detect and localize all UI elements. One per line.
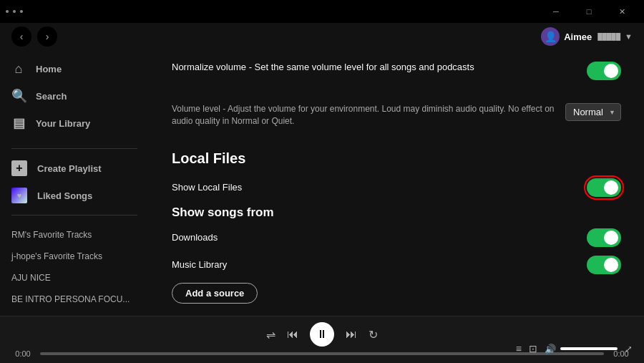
- sidebar-item-library[interactable]: ▤ Your Library: [0, 110, 149, 137]
- sidebar-library-label: Your Library: [36, 118, 90, 129]
- sidebar-divider-2: [11, 215, 137, 216]
- window-controls: ─ □ ✕: [540, 0, 638, 23]
- navbar: ‹ › 👤 Aimee █████ ▼: [0, 23, 644, 50]
- sidebar-divider: [11, 148, 137, 149]
- local-files-title: Local Files: [172, 150, 621, 167]
- volume-level-text: Volume level - Adjust the volume for you…: [172, 103, 565, 127]
- list-item[interactable]: j-hope's Favorite Tracks: [0, 246, 149, 267]
- volume-select-wrapper: Normal Loud Quiet: [565, 103, 621, 121]
- close-button[interactable]: ✕: [605, 0, 638, 23]
- user-name: Aimee: [564, 32, 592, 42]
- list-item[interactable]: BE INTRO PERSONA FOCU...: [0, 289, 149, 310]
- heart-icon: ♥: [11, 188, 27, 203]
- show-local-files-row: Show Local Files: [172, 178, 621, 197]
- toggle-slider-music-library: [587, 256, 621, 274]
- maximize-button[interactable]: □: [572, 0, 605, 23]
- previous-button[interactable]: ⏮: [287, 328, 298, 341]
- normalize-volume-row: Normalize volume - Set the same volume l…: [172, 62, 621, 92]
- play-pause-button[interactable]: ⏸: [310, 322, 334, 347]
- main-layout: ⌂ Home 🔍 Search ▤ Your Library + Create …: [0, 50, 644, 316]
- dot-2: [13, 10, 16, 13]
- toggle-slider-local: [587, 178, 621, 197]
- shuffle-button[interactable]: ⇌: [266, 328, 275, 342]
- volume-level-row: Volume level - Adjust the volume for you…: [172, 103, 621, 139]
- current-time: 0:00: [11, 349, 34, 358]
- liked-songs-label: Liked Songs: [37, 190, 92, 201]
- sidebar-nav: ⌂ Home 🔍 Search ▤ Your Library: [0, 50, 149, 142]
- back-button[interactable]: ‹: [11, 26, 31, 47]
- titlebar: ─ □ ✕: [0, 0, 644, 23]
- chevron-down-icon: ▼: [625, 32, 633, 41]
- list-item[interactable]: AJU NICE: [0, 267, 149, 289]
- downloads-row: Downloads: [172, 228, 621, 247]
- home-icon: ⌂: [11, 62, 26, 77]
- sidebar-home-label: Home: [36, 64, 62, 74]
- normalize-toggle[interactable]: [587, 62, 621, 80]
- sidebar-item-home[interactable]: ⌂ Home: [0, 56, 149, 82]
- avatar: 👤: [541, 27, 560, 46]
- list-item[interactable]: Beyond Borders: Asian Artist...: [0, 310, 149, 316]
- library-icon: ▤: [11, 115, 26, 131]
- show-local-files-toggle[interactable]: [587, 178, 621, 197]
- volume-level-select[interactable]: Normal Loud Quiet: [565, 103, 621, 121]
- sidebar: ⌂ Home 🔍 Search ▤ Your Library + Create …: [0, 50, 149, 316]
- playlist-list: RM's Favorite Tracks j-hope's Favorite T…: [0, 221, 149, 316]
- player-right-controls: ≡ ⊡ 🔊 ⤢: [516, 343, 633, 354]
- music-library-toggle[interactable]: [587, 256, 621, 274]
- fullscreen-button[interactable]: ⤢: [625, 344, 633, 354]
- toggle-slider-downloads: [587, 228, 621, 247]
- create-playlist-action[interactable]: + Create Playlist: [0, 155, 149, 182]
- downloads-label: Downloads: [172, 232, 218, 243]
- volume-slider[interactable]: [560, 347, 618, 350]
- plus-icon: +: [11, 160, 27, 176]
- show-songs-from-title: Show songs from: [172, 205, 621, 220]
- volume-level-label: Volume level - Adjust the volume for you…: [172, 103, 565, 127]
- toggle-slider-normalize: [587, 62, 621, 80]
- add-source-button[interactable]: Add a source: [172, 283, 258, 304]
- music-library-row: Music Library: [172, 256, 621, 274]
- show-local-files-label: Show Local Files: [172, 182, 242, 193]
- normalize-volume-label: Normalize volume - Set the same volume l…: [172, 62, 474, 72]
- music-library-label: Music Library: [172, 259, 227, 270]
- next-button[interactable]: ⏭: [346, 328, 357, 341]
- repeat-button[interactable]: ↻: [369, 328, 378, 342]
- queue-button[interactable]: ≡: [516, 343, 522, 354]
- forward-button[interactable]: ›: [37, 26, 57, 47]
- dot-3: [20, 10, 23, 13]
- normalize-volume-text: Normalize volume - Set the same volume l…: [172, 62, 474, 74]
- downloads-toggle[interactable]: [587, 228, 621, 247]
- player-bar: ⇌ ⏮ ⏸ ⏭ ↻ 0:00 0:00 ≡ ⊡ 🔊 ⤢: [0, 316, 644, 363]
- sidebar-search-label: Search: [36, 91, 67, 102]
- dot-1: [6, 10, 9, 13]
- minimize-button[interactable]: ─: [540, 0, 572, 23]
- volume-control: 🔊: [545, 344, 618, 354]
- titlebar-dots: [6, 10, 23, 13]
- liked-songs-action[interactable]: ♥ Liked Songs: [0, 182, 149, 209]
- user-area[interactable]: 👤 Aimee █████ ▼: [541, 27, 633, 46]
- search-icon: 🔍: [11, 88, 26, 104]
- list-item[interactable]: RM's Favorite Tracks: [0, 224, 149, 246]
- create-playlist-label: Create Playlist: [37, 163, 102, 174]
- devices-button[interactable]: ⊡: [529, 343, 537, 354]
- settings-content: Normalize volume - Set the same volume l…: [149, 50, 644, 316]
- volume-icon[interactable]: 🔊: [545, 344, 556, 354]
- sidebar-item-search[interactable]: 🔍 Search: [0, 82, 149, 110]
